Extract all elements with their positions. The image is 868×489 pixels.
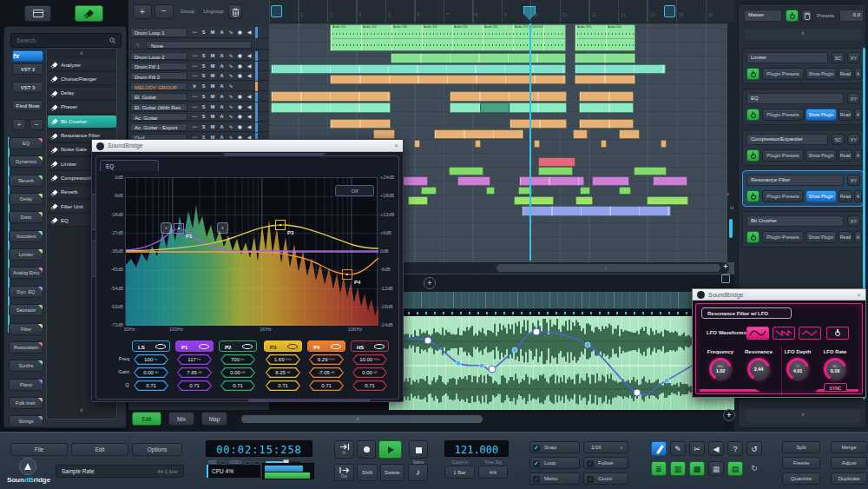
adjust-button[interactable]: Adjust — [831, 457, 867, 469]
help-tool-button[interactable]: ? — [727, 441, 743, 456]
plugin-item-bitcrusher[interactable]: Bit Crusher — [48, 116, 116, 128]
delete-button[interactable]: Delete — [380, 464, 404, 481]
band-gain-field-ls[interactable]: 0.00dB — [134, 367, 168, 378]
master-gain-field[interactable]: 0.0 — [839, 10, 864, 22]
freeze-button[interactable]: Freeze — [782, 457, 820, 469]
audio-clip[interactable] — [592, 176, 629, 186]
solo-button[interactable]: S — [200, 113, 208, 121]
audio-clip[interactable] — [538, 157, 575, 167]
plugin-power-button[interactable] — [746, 68, 760, 80]
plugin-item-phaser[interactable]: Phaser — [48, 102, 116, 114]
delete-track-button[interactable] — [228, 4, 242, 19]
eq-point-p4[interactable] — [342, 269, 352, 280]
track-name-field[interactable]: El. Guitar (With Rev. — [130, 103, 187, 111]
band-freq-field-p3[interactable]: 1.69KHz — [266, 354, 300, 365]
audio-clip[interactable] — [434, 129, 523, 139]
audio-clip[interactable] — [579, 102, 634, 113]
audio-clip[interactable] — [580, 187, 590, 195]
audio-clip[interactable] — [619, 129, 640, 139]
copy-icon[interactable] — [721, 274, 730, 283]
file-button[interactable]: File — [10, 443, 68, 456]
audio-clip[interactable] — [522, 206, 671, 216]
mute-button[interactable]: M — [208, 83, 217, 90]
solo-button[interactable]: S — [200, 123, 208, 131]
audio-clip[interactable] — [653, 176, 687, 186]
audio-clip[interactable] — [271, 91, 391, 102]
solo-button[interactable]: S — [200, 63, 208, 70]
automation-point[interactable] — [489, 366, 496, 373]
automation-point[interactable] — [479, 363, 484, 368]
metronome-note-button[interactable]: ♪ — [408, 464, 428, 481]
band-q-field-hs[interactable]: 0.71 — [352, 380, 387, 391]
mute-button[interactable]: M — [208, 103, 217, 111]
more-button[interactable]: ∨ — [190, 83, 199, 90]
plugin-power-button[interactable] — [746, 149, 760, 162]
category-reverb[interactable]: Reverb — [9, 175, 43, 187]
plugin-name-field[interactable]: Compressor/Expander — [746, 134, 828, 145]
show-plugin-button[interactable]: Show Plugin — [806, 109, 837, 121]
category-dynamics[interactable]: Dynamics — [9, 155, 43, 168]
automation-a-button[interactable]: A — [854, 231, 862, 243]
collapse-up-chevron[interactable]: ∧ — [47, 50, 116, 57]
band-gain-field-p1[interactable]: 7.65dB — [177, 367, 212, 378]
edit-button[interactable]: Edit — [71, 443, 128, 456]
audio-clip[interactable] — [457, 176, 490, 186]
automation-button[interactable]: ∿ — [227, 103, 235, 111]
band-freq-field-p1[interactable]: 117Hz — [177, 354, 212, 365]
master-collapse-bar[interactable]: ∧ — [744, 29, 862, 40]
ungroup-button[interactable]: Ungroup — [200, 4, 227, 19]
track-name-field[interactable]: Ac. Guitar — [130, 113, 187, 121]
record-button[interactable]: ◉ — [236, 93, 245, 101]
audio-clip[interactable] — [510, 119, 567, 129]
master-name-field[interactable]: Master — [744, 10, 782, 22]
pointer-tool-button[interactable] — [651, 441, 667, 456]
track-name-field[interactable]: Ac. Guitar - Export — [130, 123, 187, 131]
band-button-ls[interactable]: LS — [132, 340, 170, 352]
mute-button[interactable]: M — [208, 123, 217, 131]
track-name-field[interactable]: Drum Loop 1 — [130, 28, 187, 37]
band-button-p4[interactable]: P4 — [307, 340, 345, 352]
track-name-field[interactable]: El. Guitar — [130, 93, 187, 101]
audio-clip[interactable] — [575, 53, 635, 63]
audio-clip[interactable] — [449, 167, 483, 175]
eq-window-titlebar[interactable]: SoundBridge× — [92, 140, 403, 152]
band-q-field-p3[interactable]: 0.71 — [266, 380, 300, 391]
category-piano[interactable]: Piano — [9, 379, 43, 391]
audio-clip[interactable] — [575, 75, 635, 84]
read-button[interactable]: Read — [838, 190, 852, 202]
options-button[interactable]: Options — [132, 443, 182, 456]
master-trash-button[interactable] — [801, 10, 812, 22]
record-button[interactable]: ◉ — [236, 52, 245, 60]
automation-point[interactable] — [512, 347, 517, 353]
mute-button[interactable]: M — [208, 52, 217, 60]
audio-clip[interactable] — [575, 64, 666, 74]
category-disto[interactable]: Disto — [9, 211, 43, 223]
automation-a-button[interactable]: A — [854, 149, 862, 162]
band-button-hs[interactable]: HS — [351, 340, 389, 352]
more-button[interactable]: ⋯ — [190, 52, 199, 60]
track-name-field[interactable]: MELODY GROUP — [130, 83, 187, 90]
audio-clip[interactable] — [573, 129, 588, 139]
editor-tab-mix[interactable]: Mix — [168, 412, 194, 426]
audio-clip[interactable] — [330, 119, 391, 129]
solo-button[interactable]: S — [200, 28, 208, 37]
xy-button[interactable]: XY — [847, 175, 860, 186]
band-button-p1[interactable]: P1 — [175, 340, 214, 352]
band-gain-field-p2[interactable]: 0.00dB — [220, 367, 255, 378]
mute-button[interactable]: M — [208, 72, 217, 80]
sync-button[interactable]: SYNC — [824, 383, 847, 392]
track-name-field[interactable]: Drum Loop 2 — [130, 52, 187, 60]
count-toggle[interactable]: ✓Count — [583, 472, 628, 485]
remove-track-button[interactable]: − — [155, 4, 174, 19]
monitor-button[interactable]: ◀ — [245, 123, 253, 131]
category-analogemu[interactable]: Analog Emu — [9, 267, 43, 279]
band-q-field-p1[interactable]: 0.71 — [177, 380, 212, 391]
automation-button[interactable]: ∿ — [227, 113, 235, 121]
grid-size-dropdown[interactable]: 1/16∧ — [583, 441, 628, 453]
band-freq-field-hs[interactable]: 10.00KHz — [352, 354, 387, 365]
quantize-button[interactable]: Quantize — [782, 472, 820, 485]
audio-clip[interactable] — [579, 119, 634, 129]
lfo-power-button[interactable] — [826, 327, 849, 340]
automation-point[interactable] — [634, 389, 641, 396]
group-button[interactable]: Group — [176, 4, 199, 19]
